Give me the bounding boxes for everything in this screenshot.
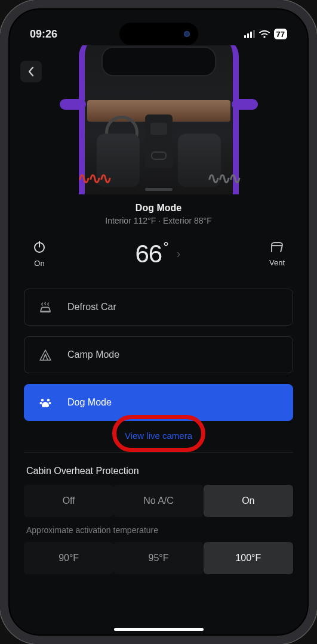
svg-rect-3 bbox=[40, 311, 51, 312]
overheat-option-noac[interactable]: No A/C bbox=[113, 485, 203, 517]
wifi-icon bbox=[258, 30, 270, 39]
car-visual: ∿∿∿ ∿∿∿ bbox=[8, 45, 309, 194]
camp-mode-button[interactable]: Camp Mode bbox=[24, 336, 293, 373]
driver-seat-heat-icon: ∿∿∿ bbox=[78, 169, 110, 188]
vent-label: Vent bbox=[269, 258, 285, 267]
svg-point-5 bbox=[47, 399, 50, 402]
overheat-option-off[interactable]: Off bbox=[24, 485, 113, 517]
defrost-car-button[interactable]: Defrost Car bbox=[24, 289, 293, 326]
chevron-right-icon: › bbox=[177, 247, 181, 261]
mode-label: Camp Mode bbox=[67, 349, 119, 360]
tent-icon bbox=[39, 348, 52, 361]
overheat-option-on[interactable]: On bbox=[204, 485, 293, 517]
passenger-seat-heat-icon: ∿∿∿ bbox=[207, 169, 239, 188]
vent-icon bbox=[270, 240, 284, 253]
overheat-section-title: Cabin Overheat Protection bbox=[8, 453, 309, 485]
mode-label: Dog Mode bbox=[67, 397, 112, 408]
activation-option-90[interactable]: 90°F bbox=[24, 542, 113, 574]
activation-temp-segmented-control: 90°F 95°F 100°F bbox=[24, 542, 293, 574]
power-label: On bbox=[34, 259, 44, 268]
svg-point-7 bbox=[49, 402, 51, 404]
svg-point-4 bbox=[41, 399, 44, 402]
status-time: 09:26 bbox=[30, 28, 57, 41]
mode-label: Defrost Car bbox=[67, 302, 116, 312]
cellular-signal-icon bbox=[244, 30, 255, 38]
vent-toggle[interactable]: Vent bbox=[269, 240, 285, 267]
dynamic-island bbox=[119, 23, 198, 45]
mode-title: Dog Mode bbox=[8, 203, 309, 213]
view-live-camera-link[interactable]: View live camera bbox=[125, 431, 192, 441]
power-icon bbox=[32, 240, 47, 254]
paw-icon bbox=[39, 396, 52, 409]
back-button[interactable] bbox=[20, 61, 42, 82]
svg-point-6 bbox=[40, 402, 42, 404]
temperature-setpoint[interactable]: 66° › bbox=[135, 239, 180, 268]
home-indicator[interactable] bbox=[114, 628, 204, 631]
sheet-grabber[interactable] bbox=[145, 188, 173, 191]
overheat-segmented-control: Off No A/C On bbox=[24, 485, 293, 517]
activation-temp-label: Approximate activation temperature bbox=[8, 517, 309, 542]
temperature-readout: Interior 112°F · Exterior 88°F bbox=[8, 216, 309, 225]
defrost-icon bbox=[39, 301, 52, 314]
battery-indicator: 77 bbox=[274, 29, 287, 39]
activation-option-100[interactable]: 100°F bbox=[204, 542, 293, 574]
power-toggle[interactable]: On bbox=[32, 240, 47, 268]
activation-option-95[interactable]: 95°F bbox=[113, 542, 203, 574]
